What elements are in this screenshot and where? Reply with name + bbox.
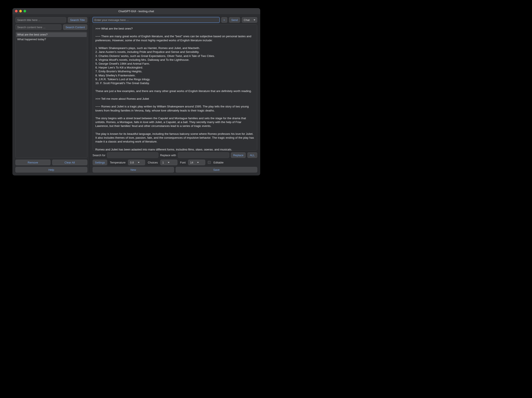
left-pane: Search Title Search Content What are the… (15, 17, 87, 172)
font-value: 14 (190, 161, 193, 164)
list-item[interactable]: What happened today? (16, 37, 87, 42)
search-content-button[interactable]: Search Content (63, 24, 87, 30)
font-select[interactable]: 14 (188, 160, 205, 165)
message-input[interactable] (93, 17, 220, 23)
search-for-input[interactable] (107, 152, 158, 158)
replace-all-button[interactable]: ALL (247, 152, 257, 158)
right-pane: + Send Chat >>> What are the best ones? … (89, 17, 257, 172)
font-label: Font (180, 161, 185, 164)
send-button[interactable]: Send (229, 17, 240, 23)
mode-select-value: Chat (244, 19, 249, 22)
replace-with-input[interactable] (178, 152, 229, 158)
help-button[interactable]: Help (15, 167, 87, 172)
list-item[interactable]: What are the best ones? (16, 32, 87, 37)
search-content-input[interactable] (15, 24, 62, 30)
replace-with-label: Replace with (160, 154, 176, 157)
chevron-down-icon (253, 19, 255, 20)
traffic-lights (13, 10, 26, 13)
maximize-icon[interactable] (24, 10, 26, 13)
editable-checkbox[interactable] (208, 161, 211, 164)
app-window: ChatGPT-GUI - testing.chat Search Title … (13, 8, 260, 176)
temperature-label: Temperature (110, 161, 125, 164)
temperature-value: 0.8 (130, 161, 134, 164)
chat-transcript[interactable]: >>> What are the best ones? ~~~ There ar… (93, 24, 257, 151)
new-button[interactable]: New (93, 167, 174, 172)
choices-value: 1 (162, 161, 164, 164)
close-icon[interactable] (15, 10, 18, 13)
replace-button[interactable]: Replace (231, 152, 246, 158)
window-title: ChatGPT-GUI - testing.chat (13, 10, 260, 13)
minimize-icon[interactable] (19, 10, 22, 13)
editable-label: Editable (213, 161, 223, 164)
mode-select[interactable]: Chat (242, 17, 257, 23)
chevron-down-icon (168, 162, 170, 163)
settings-button[interactable]: Settings (93, 160, 108, 165)
chevron-down-icon (138, 162, 139, 163)
titlebar: ChatGPT-GUI - testing.chat (13, 8, 260, 14)
content-area: Search Title Search Content What are the… (13, 14, 260, 176)
choices-select[interactable]: 1 (160, 160, 177, 165)
clear-all-button[interactable]: Clear All (52, 160, 87, 165)
search-for-label: Search for (93, 154, 106, 157)
chevron-down-icon (197, 162, 199, 163)
save-button[interactable]: Save (176, 167, 257, 172)
conversation-list[interactable]: What are the best ones?What happened tod… (15, 32, 87, 158)
search-title-button[interactable]: Search Title (68, 17, 87, 23)
temperature-select[interactable]: 0.8 (128, 160, 145, 165)
remove-button[interactable]: Remove (15, 160, 51, 165)
choices-label: Choices (148, 161, 158, 164)
add-button[interactable]: + (221, 17, 227, 23)
search-title-input[interactable] (15, 17, 66, 23)
